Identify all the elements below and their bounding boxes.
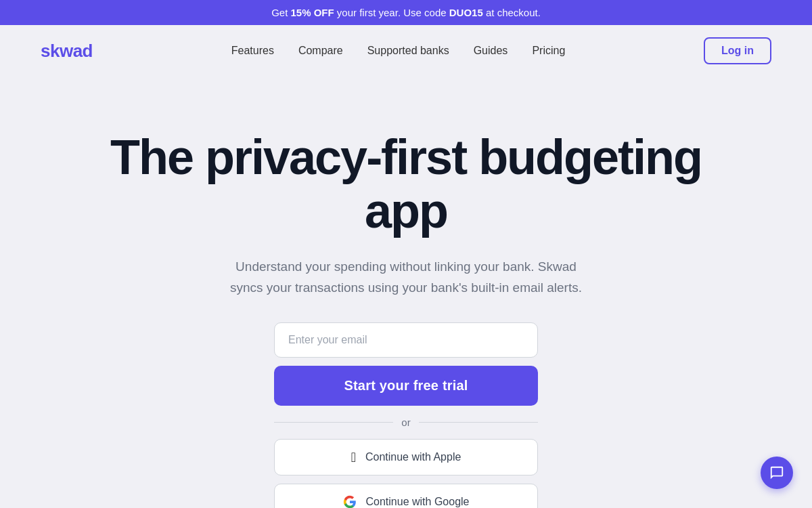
nav-item-guides[interactable]: Guides xyxy=(474,45,508,57)
hero-subtitle: Understand your spending without linking… xyxy=(220,257,592,298)
divider-line-right xyxy=(419,422,538,423)
site-logo[interactable]: skwad xyxy=(41,41,93,62)
nav-links: Features Compare Supported banks Guides … xyxy=(231,45,566,57)
google-signin-button[interactable]: Continue with Google xyxy=(274,484,538,508)
start-trial-button[interactable]: Start your free trial xyxy=(274,366,538,406)
nav-item-pricing[interactable]: Pricing xyxy=(532,45,565,57)
apple-signin-button[interactable]:  Continue with Apple xyxy=(274,439,538,475)
divider-text: or xyxy=(401,417,410,428)
banner-text: Get 15% OFF your first year. Use code DU… xyxy=(271,7,541,18)
promo-banner: Get 15% OFF your first year. Use code DU… xyxy=(0,0,812,25)
apple-icon:  xyxy=(351,450,356,464)
google-button-label: Continue with Google xyxy=(366,496,470,508)
chat-bubble-button[interactable] xyxy=(761,457,793,489)
chat-icon xyxy=(769,465,784,480)
email-input[interactable] xyxy=(274,322,538,358)
hero-section: The privacy-first budgeting app Understa… xyxy=(0,77,812,508)
hero-title: The privacy-first budgeting app xyxy=(102,131,710,238)
divider: or xyxy=(274,417,538,428)
google-icon xyxy=(343,495,357,508)
apple-button-label: Continue with Apple xyxy=(365,451,461,463)
navbar: skwad Features Compare Supported banks G… xyxy=(0,25,812,77)
signup-form: Start your free trial or  Continue with… xyxy=(274,322,538,508)
divider-line-left xyxy=(274,422,393,423)
nav-item-features[interactable]: Features xyxy=(231,45,274,57)
nav-item-supported-banks[interactable]: Supported banks xyxy=(367,45,449,57)
nav-item-compare[interactable]: Compare xyxy=(298,45,343,57)
login-button[interactable]: Log in xyxy=(704,37,771,64)
